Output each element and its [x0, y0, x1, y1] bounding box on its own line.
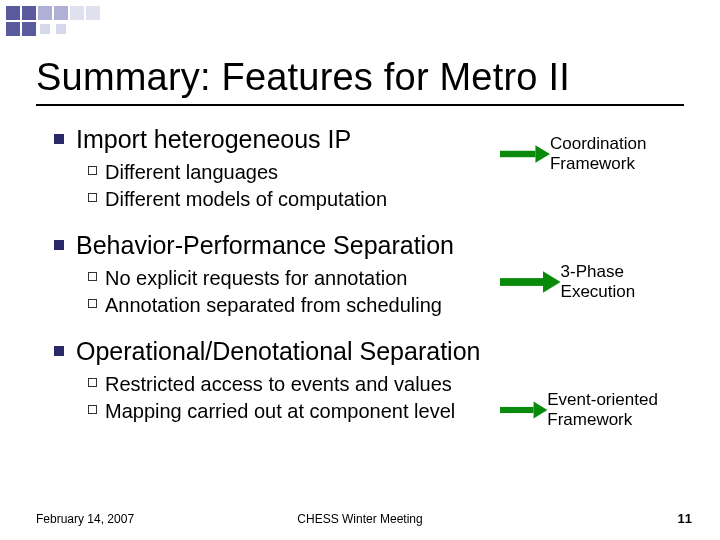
- hollow-square-icon: [88, 299, 97, 308]
- svg-marker-5: [534, 402, 548, 419]
- bullet-level2: No explicit requests for annotation: [88, 266, 484, 291]
- svg-marker-3: [543, 272, 561, 293]
- heading-text: Behavior-Performance Separation: [76, 230, 454, 260]
- bullet-level2: Annotation separated from scheduling: [88, 293, 484, 318]
- corner-decoration: [6, 6, 136, 44]
- slide-footer: February 14, 2007 CHESS Winter Meeting 1…: [0, 508, 720, 526]
- heading-text: Operational/Denotational Separation: [76, 336, 480, 366]
- square-bullet-icon: [54, 134, 64, 144]
- bullet-level2: Restricted access to events and values: [88, 372, 484, 397]
- item-text: Mapping carried out at component level: [105, 399, 455, 424]
- svg-rect-2: [500, 278, 543, 286]
- item-text: Different models of computation: [105, 187, 387, 212]
- slide: Summary: Features for Metro II Import he…: [0, 0, 720, 540]
- callout-label: Coordination Framework: [550, 134, 700, 175]
- slide-title: Summary: Features for Metro II: [36, 56, 570, 99]
- hollow-square-icon: [88, 272, 97, 281]
- callout-coordination: Coordination Framework: [500, 134, 700, 175]
- section-behavior-performance: Behavior-Performance Separation No expli…: [54, 230, 484, 318]
- square-bullet-icon: [54, 346, 64, 356]
- item-text: No explicit requests for annotation: [105, 266, 407, 291]
- item-text: Restricted access to events and values: [105, 372, 452, 397]
- item-text: Different languages: [105, 160, 278, 185]
- arrow-right-icon: [500, 271, 561, 293]
- bullet-level1: Operational/Denotational Separation: [54, 336, 484, 366]
- footer-center: CHESS Winter Meeting: [0, 512, 720, 526]
- bullet-level2: Mapping carried out at component level: [88, 399, 484, 424]
- svg-rect-4: [500, 407, 534, 413]
- item-text: Annotation separated from scheduling: [105, 293, 442, 318]
- title-underline: [36, 104, 684, 106]
- callout-label: 3-Phase Execution: [561, 262, 700, 303]
- callout-3phase: 3-Phase Execution: [500, 262, 700, 303]
- hollow-square-icon: [88, 193, 97, 202]
- hollow-square-icon: [88, 166, 97, 175]
- callout-label: Event-oriented Framework: [547, 390, 700, 431]
- hollow-square-icon: [88, 378, 97, 387]
- content-body: Import heterogeneous IP Different langua…: [54, 124, 484, 442]
- svg-rect-0: [500, 151, 535, 157]
- bullet-level1: Behavior-Performance Separation: [54, 230, 484, 260]
- svg-marker-1: [535, 146, 550, 164]
- bullet-level1: Import heterogeneous IP: [54, 124, 484, 154]
- bullet-level2: Different models of computation: [88, 187, 484, 212]
- callout-event-oriented: Event-oriented Framework: [500, 390, 700, 431]
- section-import-ip: Import heterogeneous IP Different langua…: [54, 124, 484, 212]
- hollow-square-icon: [88, 405, 97, 414]
- arrow-right-icon: [500, 399, 547, 421]
- arrow-right-icon: [500, 143, 550, 165]
- square-bullet-icon: [54, 240, 64, 250]
- section-operational-denotational: Operational/Denotational Separation Rest…: [54, 336, 484, 424]
- bullet-level2: Different languages: [88, 160, 484, 185]
- heading-text: Import heterogeneous IP: [76, 124, 351, 154]
- footer-page-number: 11: [678, 511, 692, 526]
